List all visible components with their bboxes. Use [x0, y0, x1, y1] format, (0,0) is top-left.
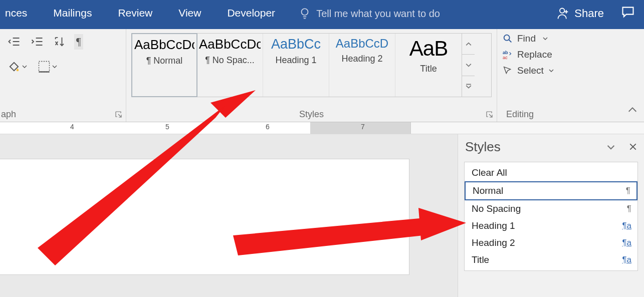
tab-view[interactable]: View	[165, 0, 214, 19]
expand-icon	[466, 83, 472, 89]
launcher-icon	[115, 111, 123, 119]
increase-indent-button[interactable]	[28, 33, 46, 50]
ribbon: ¶ aph AaBbCcDc ¶ Normal	[0, 29, 644, 122]
style-sample: AaBbCcDc	[134, 37, 194, 53]
pane-item-symbol: ¶a	[622, 238, 631, 248]
lightbulb-icon	[298, 7, 311, 20]
pane-item-label: Heading 2	[472, 237, 515, 248]
sort-button[interactable]	[51, 33, 69, 50]
ribbon-tabs: nces Mailings Review View Developer Tell…	[0, 0, 644, 29]
style-sample: AaBbCcDc	[199, 37, 261, 52]
style-sample: AaBbCc	[265, 37, 327, 52]
tab-developer[interactable]: Developer	[214, 0, 288, 19]
editing-group-label: Editing	[497, 109, 644, 120]
svg-point-0	[302, 9, 308, 15]
chevron-down-icon	[466, 62, 472, 68]
ruler-mark-4: 4	[70, 123, 74, 131]
sort-icon	[53, 35, 67, 49]
chevron-up-icon	[466, 41, 472, 47]
tell-me-search[interactable]: Tell me what you want to do	[298, 0, 440, 20]
comment-icon	[621, 5, 635, 19]
tab-review[interactable]: Review	[105, 0, 165, 19]
pane-item-label: Normal	[473, 185, 503, 196]
ruler-mark-6: 6	[266, 123, 270, 131]
paint-bucket-icon	[7, 60, 21, 74]
replace-label: Replace	[517, 49, 552, 60]
svg-point-3	[504, 35, 510, 41]
share-label: Share	[574, 7, 604, 20]
style-tile-nospacing[interactable]: AaBbCcDc ¶ No Spac...	[197, 34, 263, 97]
pane-item-label: Heading 1	[472, 220, 515, 231]
pane-item-normal[interactable]: Normal ¶	[465, 181, 637, 200]
styles-pane-header: Styles	[458, 134, 644, 158]
main-area: Styles Clear All Normal ¶ No Spacing ¶ H…	[0, 134, 644, 297]
styles-pane: Styles Clear All Normal ¶ No Spacing ¶ H…	[458, 134, 644, 297]
select-cursor-icon	[502, 65, 513, 76]
chevron-down-icon	[549, 68, 554, 73]
decrease-indent-button[interactable]	[5, 33, 23, 50]
borders-split-button[interactable]	[35, 58, 59, 75]
gallery-scroll-down[interactable]	[462, 55, 475, 76]
pane-item-heading2[interactable]: Heading 2 ¶a	[465, 234, 637, 251]
share-zone: Share	[556, 5, 635, 22]
style-tile-title[interactable]: AaB Title	[395, 34, 462, 97]
find-icon	[502, 33, 513, 44]
chevron-down-icon	[22, 64, 27, 69]
tab-references[interactable]: nces	[0, 0, 40, 19]
share-person-icon	[556, 7, 570, 21]
gallery-expand[interactable]	[462, 76, 475, 97]
pane-item-no-spacing[interactable]: No Spacing ¶	[465, 200, 637, 217]
comments-button[interactable]	[621, 5, 635, 22]
style-tile-normal[interactable]: AaBbCcDc ¶ Normal	[131, 33, 197, 97]
svg-text:ab: ab	[503, 50, 508, 55]
style-label: Title	[397, 64, 460, 74]
paragraph-group: ¶ aph	[0, 29, 126, 122]
show-pilcrow-button[interactable]: ¶	[74, 34, 83, 50]
pane-item-symbol: ¶a	[622, 255, 631, 265]
pane-item-label: Clear All	[472, 167, 507, 178]
svg-text:ac: ac	[503, 55, 508, 60]
chevron-down-icon	[543, 36, 548, 41]
gallery-tiles: AaBbCcDc ¶ Normal AaBbCcDc ¶ No Spac... …	[132, 34, 462, 97]
styles-group-label: Styles	[126, 109, 497, 120]
ruler[interactable]: 4 5 6 7	[0, 122, 644, 134]
chevron-down-icon	[52, 64, 57, 69]
tell-me-placeholder: Tell me what you want to do	[316, 8, 440, 20]
select-label: Select	[517, 65, 544, 76]
share-button[interactable]: Share	[556, 7, 604, 21]
chevron-down-icon	[607, 143, 615, 151]
pane-item-clear-all[interactable]: Clear All	[465, 164, 637, 181]
paragraph-dialog-launcher[interactable]	[115, 111, 123, 119]
replace-button[interactable]: abac Replace	[502, 49, 639, 60]
pane-item-label: Title	[472, 254, 489, 265]
pane-item-title[interactable]: Title ¶a	[465, 251, 637, 268]
svg-rect-2	[39, 62, 50, 72]
styles-pane-close[interactable]	[629, 141, 637, 154]
style-tile-heading2[interactable]: AaBbCcD Heading 2	[329, 34, 395, 97]
pane-item-heading1[interactable]: Heading 1 ¶a	[465, 217, 637, 234]
paragraph-group-label: aph	[0, 109, 126, 120]
document-canvas[interactable]	[0, 134, 458, 297]
style-tile-heading1[interactable]: AaBbCc Heading 1	[263, 34, 329, 97]
svg-point-1	[560, 9, 564, 13]
select-button[interactable]: Select	[502, 65, 639, 76]
gallery-scroll	[462, 34, 475, 97]
pilcrow-icon: ¶	[76, 36, 81, 48]
gallery-scroll-up[interactable]	[462, 34, 475, 55]
fill-split-button[interactable]	[5, 58, 29, 75]
ruler-mark-7: 7	[361, 123, 365, 131]
styles-pane-list: Clear All Normal ¶ No Spacing ¶ Heading …	[464, 162, 638, 271]
style-sample: AaB	[397, 37, 460, 61]
styles-pane-menu[interactable]	[607, 139, 615, 155]
borders-icon	[37, 60, 51, 74]
tab-mailings[interactable]: Mailings	[40, 0, 105, 19]
styles-pane-title: Styles	[465, 139, 501, 155]
find-button[interactable]: Find	[502, 33, 639, 44]
styles-dialog-launcher[interactable]	[486, 111, 494, 119]
pane-item-symbol: ¶	[626, 186, 630, 196]
collapse-ribbon-button[interactable]	[627, 105, 638, 118]
ruler-mark-5: 5	[165, 123, 169, 131]
styles-gallery: AaBbCcDc ¶ Normal AaBbCcDc ¶ No Spac... …	[131, 33, 492, 97]
decrease-indent-icon	[7, 35, 21, 49]
document-page[interactable]	[0, 159, 409, 274]
